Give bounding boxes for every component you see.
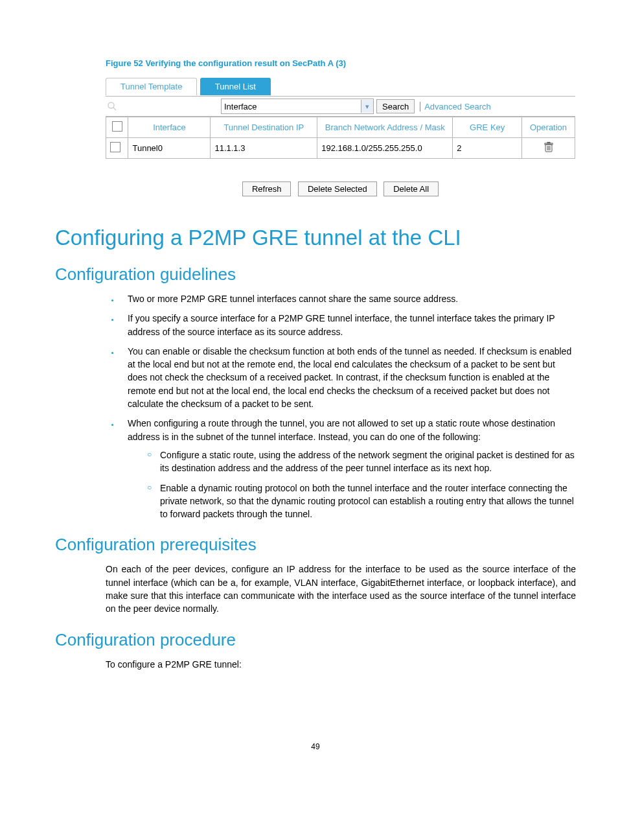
chevron-down-icon: ▾ [361,100,373,113]
select-all-cell[interactable] [106,117,128,138]
list-item: If you specify a source interface for a … [120,312,576,338]
col-dest[interactable]: Tunnel Destination IP [211,117,317,138]
section-guidelines-title: Configuration guidelines [55,264,576,285]
search-icon [107,101,117,111]
checkbox-icon[interactable] [112,121,122,132]
cell-dest: 11.1.1.3 [211,138,317,159]
advanced-search-link[interactable]: Advanced Search [420,102,491,111]
list-item: When configuring a route through the tun… [120,417,576,520]
screenshot-region: Tunnel Template Tunnel List Interface ▾ … [106,78,575,196]
table-row: Tunnel0 11.1.1.3 192.168.1.0/255.255.255… [106,138,575,159]
search-button[interactable]: Search [376,99,415,113]
section-procedure-title: Configuration procedure [55,630,576,650]
list-item: You can enable or disable the checksum f… [120,345,576,410]
col-branch[interactable]: Branch Network Address / Mask [317,117,453,138]
filter-field-dropdown[interactable]: Interface ▾ [221,99,374,114]
tab-tunnel-template[interactable]: Tunnel Template [106,78,197,95]
cell-key: 2 [453,138,522,159]
col-interface[interactable]: Interface [128,117,211,138]
filter-field-label: Interface [224,102,257,111]
page-title: Configuring a P2MP GRE tunnel at the CLI [55,226,576,250]
list-item: Enable a dynamic routing protocol on bot… [147,482,576,521]
svg-rect-7 [547,143,550,144]
cell-operation [522,138,575,159]
checkbox-icon[interactable] [110,142,120,152]
row-checkbox-cell[interactable] [106,138,128,159]
list-item: Configure a static route, using the addr… [147,449,576,475]
cell-interface: Tunnel0 [128,138,211,159]
paragraph: On each of the peer devices, configure a… [106,563,576,615]
delete-all-button[interactable]: Delete All [383,181,439,196]
tab-tunnel-list[interactable]: Tunnel List [200,78,271,95]
figure-caption: Figure 52 Verifying the configuration re… [106,58,576,68]
list-item: Two or more P2MP GRE tunnel interfaces c… [120,292,576,305]
delete-selected-button[interactable]: Delete Selected [298,181,377,196]
refresh-button[interactable]: Refresh [242,181,292,196]
paragraph: To configure a P2MP GRE tunnel: [106,658,576,671]
page-number: 49 [55,742,576,751]
trash-icon[interactable] [544,145,553,154]
tunnel-table: Interface Tunnel Destination IP Branch N… [106,117,575,159]
col-operation: Operation [522,117,575,138]
section-prereq-title: Configuration prerequisites [55,535,576,555]
svg-point-0 [108,102,114,108]
col-key[interactable]: GRE Key [453,117,522,138]
svg-line-1 [113,108,116,110]
cell-branch: 192.168.1.0/255.255.255.0 [317,138,453,159]
